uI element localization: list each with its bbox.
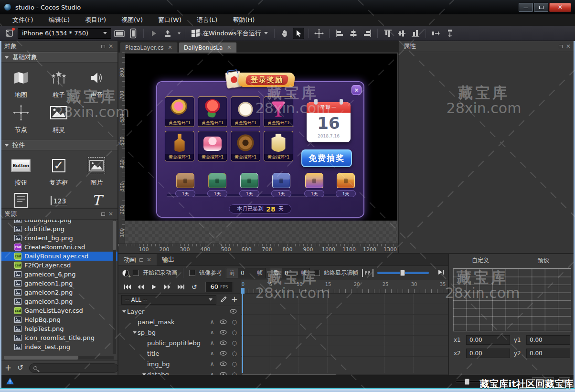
menu-language[interactable]: 语言(L) — [197, 16, 217, 24]
collapse-chevron-icon[interactable]: ∧ — [210, 360, 214, 367]
menu-project[interactable]: 项目(P) — [85, 16, 106, 24]
close-panel-icon[interactable]: ✕ — [147, 257, 151, 263]
chest-slot[interactable]: 1天 — [334, 173, 358, 197]
align-right-button[interactable] — [362, 28, 373, 39]
tree-row[interactable]: img_bg ∧○ — [118, 359, 241, 369]
chest-slot[interactable]: 1天 — [173, 173, 197, 197]
step-forward-icon[interactable] — [437, 269, 444, 277]
menu-help[interactable]: 帮助(H) — [233, 16, 255, 24]
tree-row[interactable]: panel_mask ∧○ — [118, 317, 241, 327]
fps-input[interactable]: 60 FPS — [205, 282, 233, 292]
landscape-orientation-button[interactable] — [114, 28, 125, 39]
resource-row[interactable]: gameIcon1.png — [0, 279, 117, 288]
canvas-viewport[interactable]: 登录奖励 ✕ 黄金指环*1 黄金指环*1 黄金指环*1 黄金指环*1 黄金指环*… — [118, 53, 398, 253]
mirror-reference-checkbox[interactable] — [189, 270, 195, 276]
resource-row[interactable]: gameIcon3.png — [0, 297, 117, 306]
object-item-particle[interactable]: 粒子 — [50, 69, 67, 99]
resource-row[interactable]: content_bg.png — [0, 233, 117, 243]
visibility-eye-icon[interactable] — [220, 351, 227, 356]
edit-clip-icon[interactable] — [220, 296, 227, 304]
add-resource-button[interactable]: + — [5, 364, 11, 372]
lock-circle-icon[interactable]: ○ — [232, 329, 237, 336]
reward-item[interactable]: 黄金指环*1 — [264, 131, 293, 161]
always-show-frame-checkbox[interactable] — [314, 270, 320, 276]
align-vertical-center-button[interactable] — [396, 28, 407, 39]
reward-item[interactable]: 黄金指环*1 — [198, 131, 227, 161]
chest-slot[interactable]: 1天 — [302, 173, 326, 197]
resource-row[interactable]: HelpBg.png — [0, 315, 117, 324]
menu-file[interactable]: 文件(F) — [12, 16, 33, 24]
zoom-percent-input[interactable]: 42% — [532, 377, 554, 386]
frames-before-input[interactable]: 前 0 帧 — [226, 268, 266, 278]
resource-row[interactable]: csdCreateRoomAni.csd — [0, 243, 117, 252]
close-button[interactable]: ✕ — [549, 3, 571, 12]
expand-icon[interactable] — [133, 331, 137, 334]
reward-item[interactable]: 黄金指环*1 — [231, 96, 260, 127]
visibility-eye-icon[interactable] — [220, 330, 227, 335]
reward-item[interactable]: 黄金指环*1 — [165, 131, 194, 161]
menu-view[interactable]: 视图(V) — [121, 16, 143, 24]
resources-horizontal-scrollbar[interactable] — [4, 356, 114, 360]
tree-row[interactable]: title ∧○ — [118, 348, 241, 359]
animation-clip-dropdown[interactable]: -- ALL -- — [121, 295, 216, 305]
collapse-chevron-icon[interactable]: ∧ — [210, 318, 214, 325]
float-panel-icon[interactable] — [101, 212, 105, 216]
control-item-listview[interactable] — [14, 192, 28, 209]
skip-to-end-button[interactable] — [175, 282, 187, 292]
select-tool-button[interactable] — [293, 28, 304, 39]
skip-to-start-button[interactable] — [121, 282, 133, 292]
control-item-button[interactable]: Button 按钮 — [11, 157, 31, 187]
close-panel-icon[interactable]: ✕ — [108, 43, 113, 49]
canvas-zoom-slider[interactable] — [456, 381, 527, 382]
record-animation-checkbox[interactable] — [133, 270, 139, 276]
add-clip-button[interactable]: + — [231, 296, 238, 304]
close-tab-icon[interactable]: ✕ — [168, 44, 172, 51]
resource-search-input[interactable] — [40, 365, 114, 371]
tab-preset-curve[interactable]: 预设 — [512, 256, 575, 265]
basic-objects-section-header[interactable]: 基础对象 — [0, 52, 117, 63]
run-platform-selector[interactable]: 在Windows平台运行 — [190, 29, 270, 38]
collapse-chevron-icon[interactable]: ∧ — [210, 329, 214, 336]
object-item-sprite[interactable]: 精灵 — [50, 104, 67, 134]
control-item-image[interactable]: 图片 — [88, 157, 105, 187]
close-panel-icon[interactable]: ✕ — [108, 211, 113, 217]
close-tab-icon[interactable]: ✕ — [227, 44, 231, 51]
tree-row[interactable]: sp_bg ∧○ — [118, 327, 241, 338]
tab-animation[interactable]: 动画 ✕ — [118, 254, 157, 265]
previous-frame-button[interactable] — [135, 282, 147, 292]
resources-vertical-scrollbar[interactable] — [113, 220, 116, 354]
control-item-textfield[interactable]: 123 — [51, 192, 67, 209]
distribute-horizontal-button[interactable] — [430, 28, 442, 39]
visibility-eye-icon[interactable] — [220, 361, 227, 366]
reward-item[interactable]: 黄金指环*1 — [264, 96, 293, 127]
loop-button[interactable]: ↺ — [188, 282, 200, 292]
resource-row[interactable]: clubTitle.png — [0, 224, 117, 233]
timeline-tracks[interactable] — [241, 294, 448, 373]
tab-dailybonuslayer[interactable]: DailyBonusLa✕ — [179, 42, 237, 53]
minimize-button[interactable]: — — [519, 3, 533, 12]
float-panel-icon[interactable] — [101, 45, 105, 48]
chest-slot[interactable]: 1天 — [269, 173, 293, 197]
maximize-button[interactable] — [534, 3, 548, 12]
visibility-eye-icon[interactable] — [220, 319, 227, 324]
align-horizontal-center-button[interactable] — [348, 28, 359, 39]
timeline-ruler[interactable]: 0 5 10 15 20 25 30 35 — [241, 280, 448, 294]
play-button[interactable] — [148, 282, 160, 292]
play-preview-button[interactable] — [148, 28, 160, 39]
calendar-widget[interactable]: 星期一 16 2018.7.16 — [307, 102, 351, 142]
next-frame-button[interactable] — [161, 282, 173, 292]
reward-item[interactable]: 黄金指环*1 — [165, 96, 194, 127]
resource-row[interactable]: csdGameListLayer.csd — [0, 306, 117, 315]
object-item-map[interactable]: 地图 — [12, 69, 30, 99]
onion-range-slider[interactable] — [377, 272, 429, 274]
portrait-orientation-button[interactable] — [128, 28, 139, 39]
transform-tool-button[interactable] — [313, 28, 325, 39]
object-item-sound[interactable]: 声音 — [89, 69, 104, 99]
tree-row[interactable]: Layer — [118, 306, 241, 317]
game-close-button[interactable]: ✕ — [351, 85, 362, 95]
resource-row[interactable]: helpTest.png — [0, 324, 117, 333]
resource-row[interactable]: csdF2fQrLayer.csd — [0, 261, 117, 270]
y1-input[interactable]: 0.00 — [526, 335, 570, 345]
device-selector[interactable]: iPhone 6(1334 * 750) — [18, 28, 111, 39]
lock-circle-icon[interactable]: ○ — [232, 350, 237, 357]
